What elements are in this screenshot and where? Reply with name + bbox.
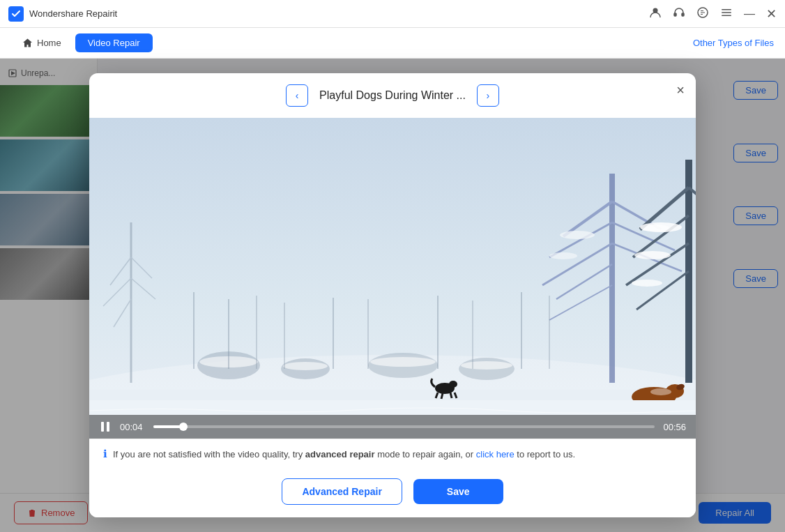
pause-button[interactable] [99, 420, 112, 433]
advanced-repair-label: Advanced Repair [302, 486, 381, 497]
svg-point-46 [461, 361, 512, 370]
modal-close-button[interactable]: × [676, 83, 685, 97]
svg-rect-6 [722, 15, 731, 16]
other-types-label: Other Types of Files [693, 38, 774, 48]
home-label: Home [37, 38, 61, 48]
close-icon: × [676, 82, 685, 98]
app-title: Wondershare Repairit [29, 8, 117, 19]
svg-point-37 [634, 251, 671, 259]
logo-icon [8, 6, 24, 22]
save-main-button[interactable]: Save [413, 479, 503, 504]
svg-rect-2 [682, 13, 684, 16]
modal-title: Playful Dogs During Winter ... [319, 89, 466, 102]
svg-rect-68 [101, 422, 104, 432]
account-icon[interactable] [649, 6, 662, 22]
headphone-icon[interactable] [673, 6, 685, 22]
video-repair-label: Video Repair [88, 38, 140, 48]
prev-button[interactable]: ‹ [286, 84, 308, 107]
svg-point-36 [640, 222, 682, 232]
window-controls: — ✕ [649, 6, 777, 22]
svg-rect-4 [722, 9, 731, 10]
video-controls[interactable]: 00:04 00:56 [89, 415, 696, 439]
video-player[interactable]: 00:04 00:56 [89, 118, 696, 439]
home-tab[interactable]: Home [11, 33, 73, 52]
minimize-icon[interactable]: — [744, 8, 755, 20]
end-time: 00:56 [663, 422, 686, 432]
svg-point-38 [632, 280, 662, 287]
prev-icon: ‹ [296, 90, 299, 101]
preview-modal: ‹ Playful Dogs During Winter ... › × [89, 73, 696, 517]
info-bar: ℹ If you are not satisfied with the vide… [89, 439, 696, 469]
video-frame [89, 118, 696, 439]
info-text: If you are not satisfied with the video … [113, 449, 575, 459]
app-logo: Wondershare Repairit [8, 6, 117, 22]
menu-icon[interactable] [720, 6, 733, 22]
chat-icon[interactable] [696, 6, 709, 22]
save-main-label: Save [447, 486, 470, 497]
current-time: 00:04 [120, 422, 145, 432]
svg-point-58 [449, 381, 457, 388]
next-button[interactable]: › [477, 84, 499, 107]
svg-point-66 [650, 388, 671, 395]
other-types-link[interactable]: Other Types of Files [693, 38, 774, 48]
advanced-repair-button[interactable]: Advanced Repair [282, 478, 402, 505]
main-area: Unrepa... Save Save Save Save Remo [0, 59, 785, 532]
svg-rect-5 [722, 12, 731, 13]
title-bar: Wondershare Repairit — ✕ [0, 0, 785, 28]
svg-line-60 [441, 393, 443, 399]
modal-footer: Advanced Repair Save [89, 469, 696, 517]
svg-point-28 [549, 252, 577, 259]
modal-header: ‹ Playful Dogs During Winter ... › × [89, 73, 696, 118]
svg-point-27 [560, 231, 595, 239]
svg-rect-69 [107, 422, 109, 432]
next-icon: › [487, 90, 490, 101]
svg-point-42 [283, 362, 328, 370]
progress-dot[interactable] [179, 423, 188, 431]
progress-bar[interactable] [153, 425, 655, 428]
video-repair-tab[interactable]: Video Repair [75, 33, 153, 52]
nav-bar: Home Video Repair Other Types of Files [0, 28, 785, 59]
svg-rect-1 [674, 13, 676, 16]
modal-overlay: ‹ Playful Dogs During Winter ... › × [0, 59, 785, 532]
svg-line-61 [450, 393, 452, 398]
close-icon[interactable]: ✕ [766, 6, 777, 22]
svg-point-44 [370, 357, 436, 367]
info-icon: ℹ [103, 448, 107, 460]
click-here-link[interactable]: click here [476, 449, 515, 459]
